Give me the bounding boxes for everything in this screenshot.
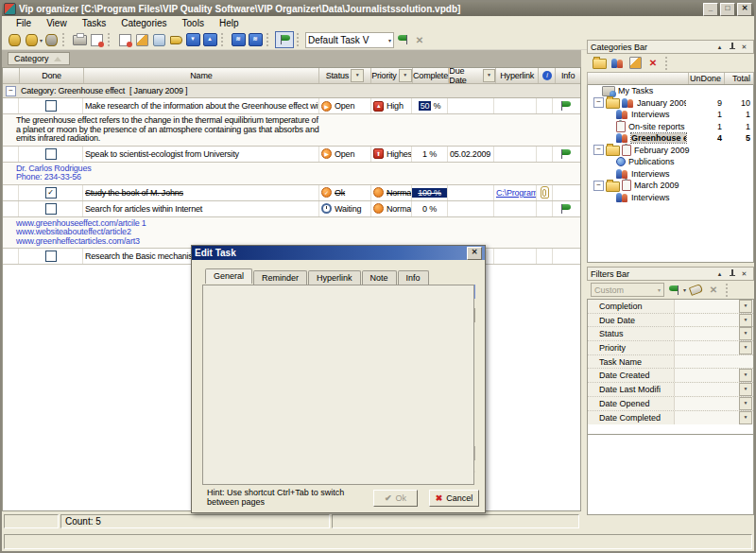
filter-dropdown-arrow[interactable]: ▼ (739, 411, 752, 424)
filter-dropdown-arrow[interactable]: ▼ (739, 383, 752, 396)
add-category-button[interactable] (591, 56, 608, 71)
filter-dropdown-arrow[interactable]: ▼ (739, 369, 752, 382)
tree-item-on-site-reports[interactable]: On-site reports 1 1 (588, 121, 753, 133)
filter-dropdown-arrow[interactable]: ▼ (739, 341, 752, 354)
filter-dropdown-arrow[interactable]: ▼ (739, 327, 752, 340)
header-name[interactable]: Name (84, 68, 319, 83)
due-filter-dropdown[interactable]: ▼ (483, 69, 495, 82)
pin-panel-button[interactable] (726, 42, 738, 52)
add-task-button[interactable] (116, 32, 133, 47)
complete-value[interactable]: 1 % (412, 147, 448, 162)
group-by-category-button[interactable]: Category (8, 52, 70, 65)
print-preview-button[interactable] (88, 32, 105, 47)
task-name[interactable]: Study the book of M. Johns (83, 185, 319, 200)
minimize-button[interactable]: _ (703, 3, 718, 16)
column-total[interactable]: Total (725, 73, 753, 84)
menu-view[interactable]: View (40, 17, 74, 29)
collapse-panel-button[interactable]: ▴ (713, 42, 726, 52)
header-due-date[interactable]: Due Date▼ (449, 68, 496, 83)
header-info[interactable]: Info (556, 68, 580, 83)
collapse-node-icon[interactable]: − (593, 181, 604, 191)
tree-item-publications[interactable]: Publications (588, 156, 753, 168)
filter-dropdown-arrow[interactable]: ▼ (739, 314, 752, 327)
ok-button[interactable]: ✔ Ok (373, 490, 418, 507)
apply-view-button[interactable] (394, 32, 411, 47)
filter-row-completion[interactable]: Completion ▼ (588, 300, 753, 314)
filter-row-due-date[interactable]: Due Date ▼ (588, 314, 753, 328)
apply-filter-button[interactable] (665, 283, 682, 298)
tree-item-my-tasks[interactable]: My Tasks (588, 85, 753, 97)
expand-all-button[interactable]: ≋ (230, 32, 247, 47)
menu-tasks[interactable]: Tasks (76, 17, 113, 29)
menu-help[interactable]: Help (213, 17, 246, 29)
complete-value[interactable]: 100 % (412, 188, 447, 198)
apply-dropdown-arrow[interactable]: ▾ (683, 286, 686, 293)
print-button[interactable] (71, 32, 88, 47)
done-checkbox[interactable] (45, 148, 57, 160)
column-undone[interactable]: UnDone (689, 73, 725, 84)
tab-reminder[interactable]: Reminder (253, 270, 307, 285)
filter-row-priority[interactable]: Priority ▼ (588, 341, 753, 355)
delete-task-button[interactable] (150, 32, 167, 47)
tree-item-interviews[interactable]: Interviews (588, 192, 753, 204)
green-flag-icon[interactable] (559, 148, 572, 160)
due-date-value[interactable]: 05.02.2009 (448, 147, 494, 162)
tree-item-january-2009[interactable]: − January 2009 9 10 (588, 97, 753, 110)
header-hyperlink[interactable]: Hyperlink (496, 68, 540, 83)
done-checkbox[interactable] (45, 251, 57, 262)
add-subcategory-button[interactable] (609, 56, 626, 71)
filter-row-date-opened[interactable]: Date Opened ▼ (588, 397, 753, 411)
paperclip-icon[interactable] (541, 186, 549, 199)
filter-row-date-last-modified[interactable]: Date Last Modifi ▼ (588, 383, 753, 397)
clear-filter-button[interactable] (687, 283, 704, 298)
menu-file[interactable]: File (9, 17, 38, 29)
maximize-button[interactable]: □ (720, 3, 735, 16)
close-panel-button[interactable]: ✕ (738, 268, 750, 279)
tree-item-march-2009[interactable]: − March 2009 (588, 180, 753, 192)
tab-note[interactable]: Note (362, 270, 397, 285)
task-row[interactable]: Speak to scientist-ecologist from Univer… (3, 147, 580, 163)
tree-item-february-2009[interactable]: − February 2009 (588, 145, 753, 157)
tree-item-greenhouse-effect[interactable]: Greenhouse effect 4 5 (588, 132, 753, 145)
task-row[interactable]: Search for articles within Internet Wait… (3, 201, 580, 217)
task-name[interactable]: Search for articles within Internet (83, 201, 319, 216)
cancel-button[interactable]: ✖ Cancel (429, 490, 479, 507)
filter-row-task-name[interactable]: Task Name (588, 355, 753, 370)
collapse-panel-button[interactable]: ▴ (713, 268, 726, 279)
green-flag-icon[interactable] (559, 203, 572, 215)
header-priority[interactable]: Priority▼ (371, 68, 413, 83)
collapse-all-button[interactable]: ≋ (247, 32, 264, 47)
delete-filter-button[interactable]: ✕ (705, 283, 722, 298)
task-view-combobox[interactable]: Default Task V ▾ (305, 32, 394, 48)
open-database-button[interactable] (23, 32, 40, 47)
done-checkbox-checked[interactable]: ✓ (45, 187, 57, 199)
filter-dropdown-arrow[interactable]: ▼ (739, 397, 752, 410)
assign-category-button[interactable] (167, 32, 184, 47)
complete-value-selected[interactable]: 50 (419, 101, 432, 111)
collapse-node-icon[interactable]: − (593, 145, 604, 155)
done-checkbox[interactable] (45, 203, 57, 215)
task-name[interactable]: Speak to scientist-ecologist from Univer… (83, 147, 319, 162)
close-button[interactable]: ✕ (737, 3, 752, 16)
filter-preset-combobox[interactable]: Custom ▾ (591, 283, 664, 297)
complete-value[interactable]: 0 % (412, 201, 448, 216)
show-flags-toggle[interactable] (275, 31, 294, 48)
move-down-button[interactable]: ▼ (184, 32, 201, 47)
save-database-button[interactable] (43, 32, 60, 47)
collapse-group-icon[interactable]: − (6, 86, 16, 96)
delete-view-button[interactable]: ✕ (411, 32, 428, 47)
filter-dropdown-arrow[interactable]: ▼ (739, 300, 752, 313)
move-up-button[interactable]: ▲ (201, 32, 218, 47)
tab-general[interactable]: General (205, 268, 252, 284)
tree-item-interviews[interactable]: Interviews (588, 168, 753, 181)
tree-item-interviews[interactable]: Interviews 1 1 (588, 109, 753, 121)
category-group-row[interactable]: − Category: Greenhouse effect [ January … (3, 84, 580, 98)
collapse-node-icon[interactable]: − (593, 97, 604, 108)
priority-filter-dropdown[interactable]: ▼ (399, 69, 412, 82)
done-checkbox[interactable] (45, 100, 57, 112)
dialog-close-button[interactable]: ✕ (467, 247, 482, 260)
filter-row-status[interactable]: Status ▼ (588, 327, 753, 341)
menu-categories[interactable]: Categories (114, 17, 173, 29)
header-attachment[interactable]: i (539, 68, 556, 83)
filter-row-date-completed[interactable]: Date Completed ▼ (588, 411, 753, 425)
